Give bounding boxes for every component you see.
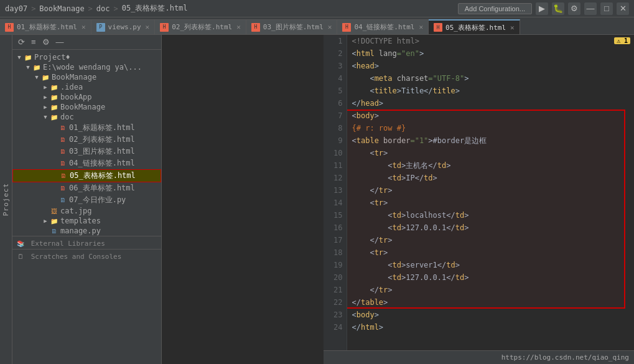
line-number: 9 <box>324 134 343 147</box>
html-file-icon: H <box>251 23 260 32</box>
sidebar-item-cat[interactable]: ▶ 🖼 cat.jpg <box>12 206 161 216</box>
close-button[interactable]: ✕ <box>617 2 629 15</box>
code-line: <tr> <box>352 197 635 209</box>
html-file-icon: H <box>160 23 169 32</box>
tab-04[interactable]: H 04_链接标签.html ✕ <box>337 19 429 34</box>
tab-views[interactable]: P views.py ✕ <box>91 19 156 34</box>
title-bar: day07 > BookManage > doc > 05_表格标签.html … <box>0 0 634 17</box>
expand-arrow: ▼ <box>15 53 24 62</box>
line-number: 13 <box>324 184 343 197</box>
code-line: </tr> <box>352 234 635 246</box>
line-number: 17 <box>324 234 343 246</box>
line-number: 24 <box>324 321 343 334</box>
library-icon: 📚 <box>16 239 25 248</box>
sidebar-inner: ⟳ ≡ ⚙ — ▼ 📁 Project♦ ▼ 📁 <box>12 35 324 364</box>
line-number: 23 <box>324 309 343 321</box>
code-line: <body> <box>352 309 635 321</box>
tab-01[interactable]: H 01_标题标签.html ✕ <box>0 19 91 34</box>
code-line: <td>主机名</td> <box>352 159 635 172</box>
sidebar-item-f07[interactable]: ▶ 🗎 07_今日作业.py <box>12 194 161 206</box>
breadcrumb-doc[interactable]: doc <box>96 4 110 13</box>
sidebar-item-f06[interactable]: ▶ 🗎 06_表单标签.html <box>12 182 161 194</box>
sidebar-item-f04[interactable]: ▶ 🗎 04_链接标签.html <box>12 157 161 169</box>
tree-item-label: doc <box>60 113 74 121</box>
expand-arrow: ▶ <box>41 83 50 91</box>
line-number: 15 <box>324 209 343 222</box>
folder-icon: 📁 <box>24 53 32 62</box>
breadcrumb-bookmanage[interactable]: BookManage <box>39 4 84 13</box>
tab-close-icon[interactable]: ✕ <box>510 24 515 32</box>
breadcrumb-file[interactable]: 05_表格标签.html <box>122 3 188 14</box>
breadcrumb-day07[interactable]: day07 <box>5 4 27 13</box>
collapse-button[interactable]: ≡ <box>29 37 38 47</box>
tab-close-icon[interactable]: ✕ <box>236 23 241 31</box>
sidebar-item-f02[interactable]: ▶ 🗎 02_列表标签.html <box>12 134 161 146</box>
tab-03[interactable]: H 03_图片标签.html ✕ <box>246 19 338 34</box>
tree-item-label: E:\wode wendang ya\... <box>43 63 142 72</box>
sidebar-item-f05-selected[interactable]: ▶ 🗎 05_表格标签.html <box>12 169 161 182</box>
code-line: <!DOCTYPE html> <box>352 35 635 47</box>
line-number: 10 <box>324 147 343 159</box>
tree-item-label: BookManage <box>60 103 105 111</box>
code-line: <td>localhost</td> <box>352 209 635 222</box>
expand-arrow: ▶ <box>41 217 50 225</box>
settings-button[interactable]: ⚙ <box>568 2 580 15</box>
tree-item-label: templates <box>60 217 101 225</box>
sidebar-item-doc[interactable]: ▼ 📁 doc <box>12 112 161 122</box>
run-button[interactable]: ▶ <box>536 2 548 15</box>
tree-item-label: 04_链接标签.html <box>69 158 135 169</box>
sidebar-item-managepy[interactable]: ▶ 🗎 manage.py <box>12 226 161 236</box>
code-line: </html> <box>352 321 635 334</box>
minus-button[interactable]: — <box>54 37 66 47</box>
debug-button[interactable]: 🐛 <box>552 2 564 15</box>
code-editor[interactable]: <!DOCTYPE html><html lang="en"><head> <m… <box>347 35 635 350</box>
tree-item-label: 05_表格标签.html <box>70 170 136 181</box>
code-line: </tr> <box>352 184 635 197</box>
line-number: 7 <box>324 110 343 122</box>
tab-close-icon[interactable]: ✕ <box>419 23 423 31</box>
html-file-icon: 🗎 <box>59 172 68 180</box>
sidebar-item-f01[interactable]: ▶ 🗎 01_标题标签.html <box>12 122 161 134</box>
line-number: 16 <box>324 222 343 234</box>
folder-icon: 📁 <box>41 73 50 82</box>
tab-02[interactable]: H 02_列表标签.html ✕ <box>155 19 246 34</box>
sidebar-item-external-libraries[interactable]: 📚 External Libraries <box>12 236 161 249</box>
expand-arrow: ▶ <box>41 93 50 101</box>
tab-close-icon[interactable]: ✕ <box>328 23 332 31</box>
sidebar-item-bookapp[interactable]: ▶ 📁 bookApp <box>12 92 161 102</box>
html-file-icon: H <box>342 23 351 32</box>
breadcrumb: day07 > BookManage > doc > 05_表格标签.html <box>5 3 188 14</box>
tab-05-active[interactable]: H 05_表格标签.html ✕ <box>429 19 520 34</box>
editor-content[interactable]: 123456789101112131415161718192021222324 … <box>324 35 635 350</box>
tree-item-label: 01_标题标签.html <box>69 123 135 133</box>
sidebar-item-idea[interactable]: ▶ 📁 .idea <box>12 82 161 92</box>
gear-icon[interactable]: ⚙ <box>40 37 52 47</box>
tab-label: 02_列表标签.html <box>172 22 232 32</box>
sidebar-item-project[interactable]: ▼ 📁 Project♦ <box>12 52 161 62</box>
line-number: 12 <box>324 172 343 184</box>
tree-item-label: BookManage <box>52 73 96 82</box>
jpg-file-icon: 🖼 <box>50 207 58 215</box>
sync-button[interactable]: ⟳ <box>16 37 27 47</box>
minimize-button[interactable]: — <box>584 2 597 15</box>
tree-item-label: 02_列表标签.html <box>69 134 135 145</box>
code-line: <tr> <box>352 147 635 159</box>
sidebar-item-templates[interactable]: ▶ 📁 templates <box>12 216 161 226</box>
code-line: <td>server1</td> <box>352 259 635 271</box>
tab-close-icon[interactable]: ✕ <box>146 23 150 31</box>
sidebar-item-bookmanage[interactable]: ▼ 📁 BookManage <box>12 72 161 82</box>
line-numbers: 123456789101112131415161718192021222324 <box>324 35 347 350</box>
project-panel-tab[interactable]: Project <box>0 35 12 364</box>
sidebar-item-bookmanage2[interactable]: ▶ 📁 BookManage <box>12 102 161 112</box>
add-configuration-button[interactable]: Add Configuration... <box>458 3 532 14</box>
sidebar-item-root-dir[interactable]: ▼ 📁 E:\wode wendang ya\... <box>12 62 161 72</box>
status-bar: https://blog.csdn.net/qiao_qing <box>324 350 635 364</box>
tab-label: 03_图片标签.html <box>263 22 324 32</box>
sidebar-item-f03[interactable]: ▶ 🗎 03_图片标签.html <box>12 146 161 157</box>
sidebar-item-scratches-consoles[interactable]: 🗒 Scratches and Consoles <box>12 249 161 262</box>
sidebar-toolbar: ⟳ ≡ ⚙ — <box>12 35 161 50</box>
title-bar-right: Add Configuration... ▶ 🐛 ⚙ — □ ✕ <box>458 2 629 15</box>
maximize-button[interactable]: □ <box>600 2 613 15</box>
tab-close-icon[interactable]: ✕ <box>82 23 86 31</box>
html-file-icon: H <box>434 23 442 32</box>
